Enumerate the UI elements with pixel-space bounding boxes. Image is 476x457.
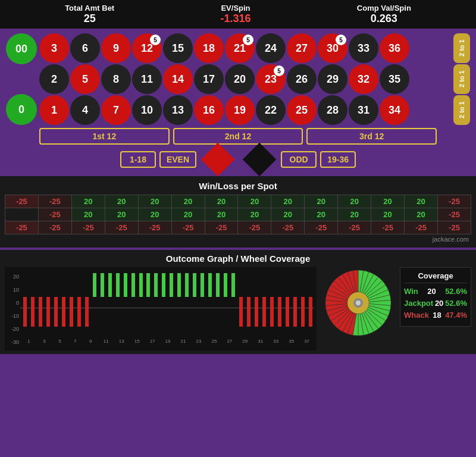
number-17[interactable]: 17	[194, 64, 224, 94]
number-5[interactable]: 5	[70, 64, 100, 94]
number-28[interactable]: 28	[318, 95, 347, 125]
number-24[interactable]: 24	[256, 33, 286, 63]
third-12-bet[interactable]: 3rd 12	[306, 128, 437, 145]
bar-item	[230, 273, 237, 333]
bar	[124, 273, 127, 297]
wl-cell: 20	[305, 195, 338, 208]
wl-cell: 20	[238, 195, 271, 208]
bet-19-36[interactable]: 19-36	[320, 151, 356, 168]
wl-cell: -25	[437, 195, 471, 208]
coverage-win-pct: 52.6%	[445, 287, 467, 296]
number-10[interactable]: 10	[132, 95, 162, 125]
bar-item	[191, 273, 198, 333]
bar-item	[114, 273, 121, 333]
side-bet-bot[interactable]: 2 to 1	[453, 95, 470, 125]
second-12-bet[interactable]: 2nd 12	[173, 128, 303, 145]
number-4[interactable]: 4	[70, 95, 100, 125]
wl-cell: -25	[405, 221, 438, 234]
number-36[interactable]: 36	[380, 33, 409, 63]
roulette-table: 00 0 369125151821524273053336 2581114172…	[0, 29, 476, 174]
number-25[interactable]: 25	[287, 95, 317, 125]
bar	[108, 273, 112, 297]
bet-odd[interactable]: ODD	[281, 151, 317, 168]
coverage-whack-row: Whack 18 47.4%	[404, 311, 467, 320]
number-12[interactable]: 125	[132, 33, 162, 63]
wl-cell: 20	[105, 195, 138, 208]
number-8[interactable]: 8	[101, 64, 131, 94]
number-1[interactable]: 1	[39, 95, 69, 125]
coverage-win-label: Win	[404, 287, 418, 296]
number-26[interactable]: 26	[287, 64, 317, 94]
number-33[interactable]: 33	[349, 33, 378, 63]
wl-cell: -25	[305, 221, 338, 234]
number-34[interactable]: 34	[380, 95, 409, 125]
side-bet-mid[interactable]: 2 to 1	[453, 64, 470, 94]
x-label: 15	[130, 339, 145, 344]
number-16[interactable]: 16	[194, 95, 224, 125]
bar-item	[107, 273, 114, 333]
x-label: 11	[99, 339, 114, 344]
bet-1-18[interactable]: 1-18	[120, 151, 156, 168]
number-14[interactable]: 14	[163, 64, 193, 94]
number-7[interactable]: 7	[101, 95, 131, 125]
number-15[interactable]: 15	[163, 33, 193, 63]
number-11[interactable]: 11	[132, 64, 162, 94]
bar-item	[152, 273, 159, 333]
wl-cell: 20	[105, 208, 138, 221]
number-32[interactable]: 32	[349, 64, 378, 94]
bet-even[interactable]: EVEN	[159, 151, 196, 168]
number-27[interactable]: 27	[287, 33, 317, 63]
x-axis-labels: 135791113151719212325272931333537	[5, 339, 317, 344]
wl-cell: 20	[405, 195, 438, 208]
coverage-jackpot-label: Jackpot	[404, 299, 433, 308]
ev-spin-value: -1.316	[220, 12, 250, 25]
number-6[interactable]: 6	[70, 33, 100, 63]
coverage-box: Coverage Win 20 52.6% Jackpot 20 52.6% W…	[400, 267, 471, 327]
black-diamond[interactable]	[243, 143, 277, 177]
number-30[interactable]: 305	[318, 33, 347, 63]
number-3[interactable]: 3	[39, 33, 69, 63]
comp-val-label: Comp Val/Spin	[357, 4, 411, 12]
bar	[255, 297, 258, 327]
number-18[interactable]: 18	[194, 33, 224, 63]
wl-cell: 20	[138, 208, 171, 221]
number-35[interactable]: 35	[380, 64, 409, 94]
numbers-grid: 369125151821524273053336 258111417202352…	[39, 33, 451, 125]
bar-item	[60, 273, 67, 333]
number-9[interactable]: 9	[101, 33, 131, 63]
wl-cell: 20	[238, 208, 271, 221]
wl-cell: -25	[38, 221, 71, 234]
number-29[interactable]: 29	[318, 64, 347, 94]
bar	[301, 297, 305, 327]
winloss-table: -25-252020202020202020202020-25-25202020…	[5, 195, 471, 234]
bar	[224, 273, 227, 297]
number-23[interactable]: 235	[256, 64, 286, 94]
number-20[interactable]: 20	[225, 64, 255, 94]
y-axis: 20 10 0 -10 -20 -30	[6, 270, 19, 349]
number-22[interactable]: 22	[256, 95, 286, 125]
wl-cell: -25	[71, 221, 105, 234]
x-label: 33	[268, 339, 283, 344]
coverage-whack-label: Whack	[404, 311, 429, 320]
number-31[interactable]: 31	[349, 95, 378, 125]
wl-cell: 20	[405, 208, 438, 221]
double-zero[interactable]: 00	[6, 33, 37, 64]
first-12-bet[interactable]: 1st 12	[39, 128, 170, 145]
zero[interactable]: 0	[6, 94, 37, 125]
wl-cell: -25	[171, 221, 205, 234]
coverage-jackpot-pct: 52.6%	[445, 299, 467, 308]
total-amt-bet-label: Total Amt Bet	[65, 4, 114, 12]
bar-item	[206, 273, 214, 333]
bar	[185, 273, 189, 297]
wl-cell: 20	[71, 195, 105, 208]
number-19[interactable]: 19	[225, 95, 255, 125]
bar	[162, 273, 165, 297]
red-diamond[interactable]	[201, 143, 235, 177]
number-13[interactable]: 13	[163, 95, 193, 125]
number-2[interactable]: 2	[39, 64, 69, 94]
wl-cell: 20	[71, 208, 105, 221]
number-21[interactable]: 215	[225, 33, 255, 63]
side-bet-top[interactable]: 2 to 1	[453, 33, 470, 63]
winloss-section: Win/Loss per Spot -25-252020202020202020…	[0, 176, 476, 248]
winloss-title: Win/Loss per Spot	[5, 179, 471, 195]
